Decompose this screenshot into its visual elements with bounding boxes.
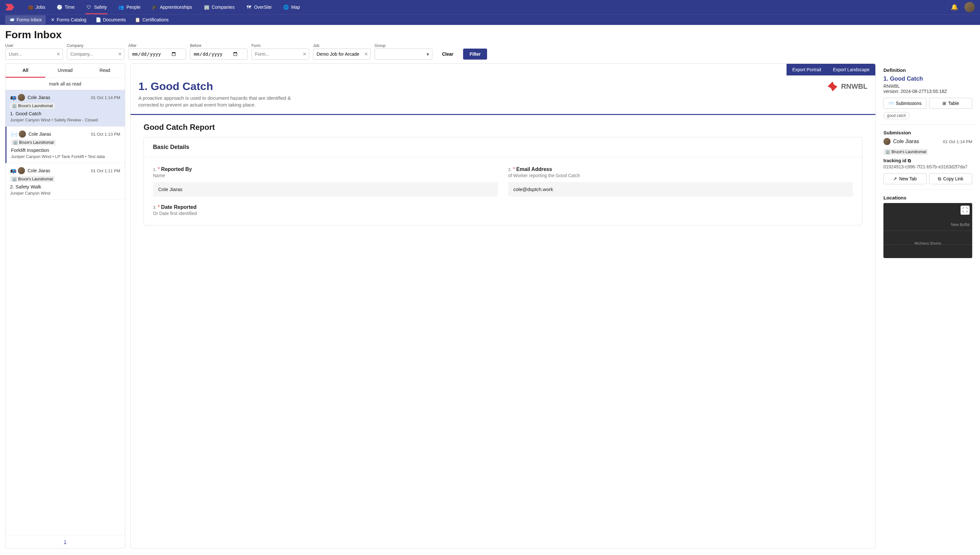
clear-company-icon[interactable]: ✕ — [118, 51, 122, 57]
copy-link-button[interactable]: ⧉Copy Link — [929, 173, 972, 184]
item-time: 01 Oct 1:13 PM — [91, 132, 120, 136]
item-title: Forklift Inspection — [11, 148, 120, 153]
required-mark: * — [158, 204, 160, 210]
required-mark: * — [513, 167, 515, 172]
clear-button[interactable]: Clear — [436, 48, 459, 59]
tag-pill[interactable]: good catch — [883, 112, 910, 119]
field-value: Cole Jiaras — [153, 182, 498, 197]
subnav-documents[interactable]: 📄Documents — [92, 15, 130, 24]
inbox-item[interactable]: 📭 Cole Jiaras 01 Oct 1:14 PM 🏢Bruce's La… — [5, 90, 125, 127]
definition-version: version: 2024-08-27T13:55:18Z — [883, 89, 972, 94]
company-tag: 🏢Bruce's Laundromat — [10, 176, 55, 182]
subnav-forms-inbox[interactable]: 📨Forms Inbox — [5, 15, 46, 24]
external-link-icon: ↗ — [893, 176, 897, 181]
before-date-input[interactable] — [190, 48, 248, 59]
subnav-forms-catalog[interactable]: ✕Forms Catalog — [47, 15, 90, 24]
export-portrait-button[interactable]: Export Portrait — [787, 64, 827, 75]
export-bar: Export Portrait Export Landscape — [130, 64, 875, 75]
sender-avatar — [18, 167, 25, 174]
filter-button[interactable]: Filter — [463, 48, 487, 59]
new-tab-button[interactable]: ↗New Tab — [883, 173, 927, 184]
brand-logo: RNWBL — [826, 80, 867, 93]
tab-unread[interactable]: Unread — [45, 64, 85, 78]
job-input[interactable] — [313, 48, 371, 59]
nav-oversite[interactable]: 🗺OverSite — [242, 0, 276, 14]
submissions-button[interactable]: 📨Submissions — [883, 98, 927, 109]
notifications-icon[interactable]: 🔔 — [951, 3, 958, 11]
submitter-name: Cole Jiaras — [893, 139, 919, 144]
form-title: 1. Good Catch — [138, 80, 307, 93]
clear-form-icon[interactable]: ✕ — [303, 51, 307, 57]
table-button[interactable]: ⊞Table — [929, 98, 972, 109]
shield-icon: 🛡 — [86, 5, 92, 10]
field-label: Reported By — [161, 167, 192, 172]
inbox-icon: 📨 — [9, 17, 14, 22]
nav-jobs[interactable]: 💼Jobs — [23, 0, 50, 14]
clock-icon: 🕐 — [57, 5, 62, 10]
tab-read[interactable]: Read — [85, 64, 125, 78]
building-icon: 🏢 — [12, 104, 17, 108]
copy-icon[interactable]: ⧉ — [908, 158, 911, 163]
form-input[interactable] — [251, 48, 309, 59]
building-icon: 🏢 — [204, 5, 209, 10]
definition-heading: Definition — [883, 67, 972, 73]
group-select[interactable] — [375, 48, 432, 59]
mark-all-read[interactable]: mark all as read — [5, 78, 125, 90]
map-label: Michiana Shores — [914, 241, 941, 245]
inbox-list: 📭 Cole Jiaras 01 Oct 1:14 PM 🏢Bruce's La… — [5, 90, 125, 535]
locations-section: Locations ⛶ New Buffal Michiana Shores — [881, 195, 975, 263]
nav-time[interactable]: 🕐Time — [53, 0, 79, 14]
user-input[interactable] — [5, 48, 63, 59]
item-time: 01 Oct 1:11 PM — [91, 168, 120, 173]
nav-companies[interactable]: 🏢Companies — [199, 0, 239, 14]
subnav-certifications[interactable]: 📋Certifications — [131, 15, 172, 24]
submission-section: Submission Cole Jiaras 01 Oct 1:14 PM 🏢B… — [881, 130, 975, 190]
user-avatar[interactable] — [964, 2, 975, 12]
field-number: 3. — [153, 205, 156, 210]
nav-apprenticeships[interactable]: 🎓Apprenticeships — [148, 0, 197, 14]
field-number: 2. — [508, 167, 512, 172]
building-icon: 🏢 — [13, 140, 18, 145]
clear-user-icon[interactable]: ✕ — [56, 51, 60, 57]
filter-label-before: Before — [190, 43, 248, 48]
pagination[interactable]: 1 — [5, 535, 125, 548]
field-label: Date Reported — [161, 204, 196, 210]
graduation-icon: 🎓 — [152, 5, 157, 10]
item-meta: Juniper Canyon Wind • LP Tank Forklift •… — [11, 154, 120, 159]
form-subtitle: A proactive approach is used to document… — [138, 95, 307, 108]
page-title: Form Inbox — [0, 25, 980, 43]
sub-nav: 📨Forms Inbox ✕Forms Catalog 📄Documents 📋… — [0, 14, 980, 25]
filter-label-company: Company — [67, 43, 124, 48]
sender-name: Cole Jiaras — [27, 168, 50, 173]
clear-job-icon[interactable]: ✕ — [364, 51, 368, 57]
location-map[interactable]: ⛶ New Buffal Michiana Shores — [883, 203, 972, 258]
nav-safety[interactable]: 🛡Safety — [82, 0, 111, 14]
app-logo[interactable] — [5, 3, 16, 11]
inbox-item[interactable]: ✉️ Cole Jiaras 01 Oct 1:13 PM 🏢Bruce's L… — [5, 127, 125, 163]
mail-open-icon: 📭 — [10, 168, 15, 173]
company-input[interactable] — [67, 48, 124, 59]
export-landscape-button[interactable]: Export Landscape — [827, 64, 875, 75]
globe-icon: 🌐 — [283, 5, 288, 10]
nav-people[interactable]: 👥People — [114, 0, 145, 14]
tab-all[interactable]: All — [5, 64, 45, 78]
inbox-icon: 📨 — [888, 101, 894, 106]
field-value: cole@dsptch.work — [508, 182, 853, 197]
company-tag: 🏢Bruce's Laundromat — [883, 149, 928, 155]
card-header: Basic Details — [144, 137, 862, 157]
field-email: 2.*Email Address of Worker reporting the… — [508, 167, 853, 197]
expand-map-icon[interactable]: ⛶ — [961, 205, 970, 215]
mail-closed-icon: ✉️ — [11, 132, 16, 136]
tracking-id: 01924913-c996-7f21-b57b-e3163d2f7da7 — [883, 164, 972, 169]
brand-mark-icon — [826, 80, 839, 93]
after-date-input[interactable] — [128, 48, 186, 59]
catalog-icon: ✕ — [51, 17, 55, 22]
inbox-panel: All Unread Read mark all as read 📭 Cole … — [5, 63, 125, 549]
definition-link[interactable]: 1. Good Catch — [883, 75, 972, 82]
inbox-item[interactable]: 📭 Cole Jiaras 01 Oct 1:11 PM 🏢Bruce's La… — [5, 163, 125, 200]
tracking-label: tracking id ⧉ — [883, 158, 972, 164]
form-section-title: Good Catch Report — [130, 115, 875, 137]
nav-map[interactable]: 🌐Map — [279, 0, 304, 14]
copy-icon: ⧉ — [938, 176, 941, 182]
field-reported-by: 1.*Reported By Name Cole Jiaras — [153, 167, 498, 197]
